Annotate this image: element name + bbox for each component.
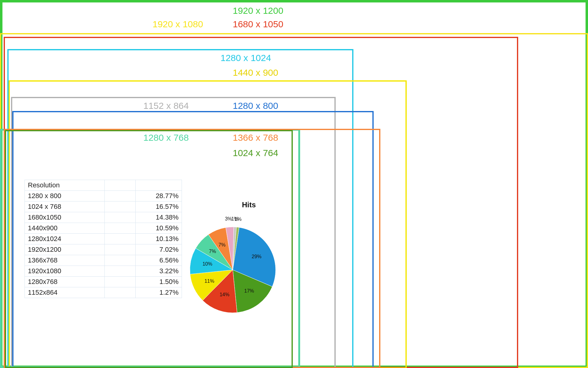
table-cell-spacer bbox=[105, 266, 136, 277]
table-cell-resolution: 1280x1024 bbox=[25, 234, 105, 244]
table-cell-pct: 16.57% bbox=[136, 201, 182, 212]
resolution-label: 1024 x 764 bbox=[233, 148, 278, 158]
table-cell-spacer bbox=[105, 255, 136, 266]
table-cell-resolution: 1280x768 bbox=[25, 277, 105, 287]
resolution-label: 1152 x 864 bbox=[143, 101, 189, 111]
table-row: 1440x90010.59% bbox=[25, 223, 182, 234]
table-row: 1920x10803.22% bbox=[25, 266, 182, 277]
diagram-stage: 1920 x 12001920 x 10801680 x 10501280 x … bbox=[0, 0, 588, 368]
table-cell-spacer bbox=[105, 212, 136, 223]
table-row: 1920x12007.02% bbox=[25, 244, 182, 255]
table-cell-pct: 7.02% bbox=[136, 244, 182, 255]
pie-slice-label: 7% bbox=[218, 242, 225, 248]
table-cell-pct: 6.56% bbox=[136, 255, 182, 266]
resolution-label: 1680 x 1050 bbox=[233, 19, 283, 29]
table-cell-spacer bbox=[105, 201, 136, 212]
table-row: 1280x7681.50% bbox=[25, 277, 182, 287]
table-cell-pct: 14.38% bbox=[136, 212, 182, 223]
resolution-label: 1440 x 900 bbox=[233, 67, 278, 78]
pie-slice-label: 3% bbox=[225, 216, 232, 222]
table-cell-spacer bbox=[105, 244, 136, 255]
resolution-label: 1280 x 768 bbox=[143, 132, 189, 143]
table-cell-pct: 1.50% bbox=[136, 277, 182, 287]
pie-slice-label: 14% bbox=[220, 292, 229, 297]
table-row: 1152x8641.27% bbox=[25, 287, 182, 298]
table-cell-spacer bbox=[105, 191, 136, 201]
table-cell-pct: 10.13% bbox=[136, 234, 182, 244]
resolution-label: 1280 x 800 bbox=[233, 101, 278, 111]
table-cell-resolution: 1152x864 bbox=[25, 287, 105, 298]
resolution-label: 1366 x 768 bbox=[233, 132, 278, 143]
table-cell-resolution: 588x368 bbox=[25, 244, 105, 255]
table-row: 1280x102410.13% bbox=[25, 234, 182, 244]
resolution-label: 1920 x 1080 bbox=[153, 19, 203, 29]
pie-slice-label: 7% bbox=[209, 249, 216, 254]
pie-slice-label: 17% bbox=[244, 288, 254, 294]
table-cell-pct: 28.77% bbox=[136, 191, 182, 201]
table-header-pct bbox=[136, 180, 182, 191]
table-cell-resolution: 1280 x 800 bbox=[25, 191, 105, 201]
pie-chart bbox=[189, 226, 276, 313]
table-cell-resolution: 1680x1050 bbox=[25, 212, 105, 223]
pie-slice-label: 11% bbox=[205, 278, 214, 284]
table-row: 1024 x 76816.57% bbox=[25, 201, 182, 212]
resolution-label: 1280 x 1024 bbox=[221, 53, 271, 63]
table-cell-resolution: 1366x768 bbox=[25, 255, 105, 266]
table-cell-spacer bbox=[105, 277, 136, 287]
pie-title: Hits bbox=[242, 201, 256, 209]
pie-slice-label: 10% bbox=[202, 261, 212, 267]
pie-slice-label: 29% bbox=[252, 254, 262, 259]
table-cell-resolution: 1440x900 bbox=[25, 223, 105, 234]
table-cell-spacer bbox=[105, 287, 136, 298]
table-cell-pct: 10.59% bbox=[136, 223, 182, 234]
table-cell-spacer bbox=[105, 223, 136, 234]
table-cell-pct: 3.22% bbox=[136, 266, 182, 277]
table-cell-resolution: 1920x1080 bbox=[25, 266, 105, 277]
table-header-resolution: Resolution bbox=[25, 180, 105, 191]
table-header-spacer bbox=[105, 180, 136, 191]
resolution-table: Resolution1280 x 80028.77%1024 x 76816.5… bbox=[24, 180, 182, 298]
table-cell-pct: 1.27% bbox=[136, 287, 182, 298]
resolution-label: 588 x 368 bbox=[233, 6, 283, 16]
table-row: 1280 x 80028.77% bbox=[25, 191, 182, 201]
table-row: 1680x105014.38% bbox=[25, 212, 182, 223]
table-cell-resolution: 1024 x 768 bbox=[25, 201, 105, 212]
table-cell-spacer bbox=[105, 234, 136, 244]
pie-slice-label: 1% bbox=[235, 217, 242, 222]
table-row: 1366x7686.56% bbox=[25, 255, 182, 266]
